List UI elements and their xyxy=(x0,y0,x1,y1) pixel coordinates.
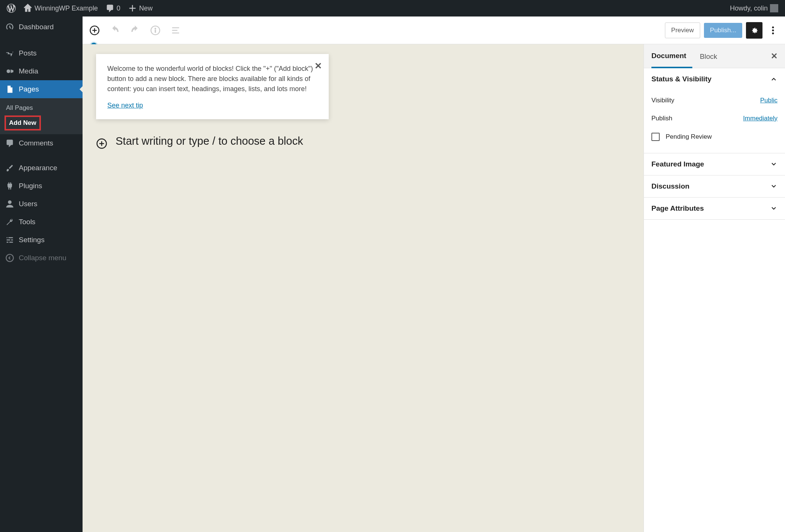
dashboard-icon xyxy=(5,22,14,31)
plus-circle-icon xyxy=(89,25,100,36)
sidebar-item-posts[interactable]: Posts xyxy=(0,44,83,62)
account-menu[interactable]: Howdy, colin xyxy=(724,0,782,16)
tab-document[interactable]: Document xyxy=(651,44,692,68)
chevron-up-icon xyxy=(770,75,777,83)
new-label: New xyxy=(139,4,153,12)
media-icon xyxy=(5,67,14,76)
redo-button[interactable] xyxy=(128,24,142,37)
svg-point-2 xyxy=(6,254,13,261)
section-title: Status & Visibility xyxy=(651,75,711,83)
editor-canvas[interactable]: ✕ Welcome to the wonderful world of bloc… xyxy=(83,44,644,532)
sidebar-label: Users xyxy=(19,200,38,208)
section-featured-image[interactable]: Featured Image xyxy=(644,153,785,175)
wordpress-icon xyxy=(7,4,16,13)
sidebar-label: Media xyxy=(19,67,38,75)
editor-content-area: Preview Publish... ✕ Welcome to the wond… xyxy=(83,16,785,532)
plus-icon xyxy=(128,4,137,13)
pages-icon xyxy=(5,85,14,94)
panel-close-button[interactable]: ✕ xyxy=(771,51,777,61)
svg-point-9 xyxy=(772,26,774,28)
sidebar-item-appearance[interactable]: Appearance xyxy=(0,159,83,177)
tip-close-button[interactable]: ✕ xyxy=(314,61,322,71)
sliders-icon xyxy=(5,235,14,244)
brush-icon xyxy=(5,163,14,172)
sidebar-item-dashboard[interactable]: Dashboard xyxy=(0,16,83,37)
sidebar-label: Collapse menu xyxy=(19,254,66,262)
undo-button[interactable] xyxy=(108,24,122,37)
svg-point-7 xyxy=(155,28,156,29)
visibility-label: Visibility xyxy=(651,97,674,104)
svg-rect-8 xyxy=(155,30,156,32)
admin-bar: WinningWP Example 0 New Howdy, colin xyxy=(0,0,785,16)
publish-value-link[interactable]: Immediately xyxy=(743,115,777,122)
info-button[interactable] xyxy=(149,24,162,37)
sidebar-item-users[interactable]: Users xyxy=(0,195,83,213)
collapse-icon xyxy=(5,253,14,262)
sidebar-label: Comments xyxy=(19,139,53,147)
sidebar-item-pages[interactable]: Pages xyxy=(0,80,83,98)
sidebar-submenu-pages: All Pages Add New xyxy=(0,98,83,134)
redo-icon xyxy=(130,25,140,36)
sidebar-subitem-add-new[interactable]: Add New xyxy=(5,115,41,130)
plus-circle-icon xyxy=(96,138,107,149)
sidebar-label: Pages xyxy=(19,85,39,93)
svg-point-10 xyxy=(772,29,774,31)
chevron-down-icon xyxy=(770,205,777,212)
greeting-text: Howdy, colin xyxy=(730,4,768,12)
sidebar-item-comments[interactable]: Comments xyxy=(0,134,83,152)
visibility-value-link[interactable]: Public xyxy=(760,97,777,104)
pin-icon xyxy=(5,49,14,58)
inline-add-block-button[interactable] xyxy=(96,138,107,149)
sidebar-item-tools[interactable]: Tools xyxy=(0,213,83,231)
plug-icon xyxy=(5,181,14,190)
comments-count: 0 xyxy=(117,4,120,12)
user-icon xyxy=(5,199,14,208)
publish-label: Publish xyxy=(651,115,672,122)
sidebar-label: Appearance xyxy=(19,164,57,172)
section-status-visibility[interactable]: Status & Visibility xyxy=(644,68,785,90)
tip-card: ✕ Welcome to the wonderful world of bloc… xyxy=(96,54,329,119)
tip-text: Welcome to the wonderful world of blocks… xyxy=(107,64,317,94)
settings-toggle-button[interactable] xyxy=(746,22,762,39)
section-title: Page Attributes xyxy=(651,204,704,213)
list-icon xyxy=(170,25,181,36)
svg-point-1 xyxy=(8,200,12,204)
pending-review-label: Pending Review xyxy=(666,133,712,141)
wp-logo-menu[interactable] xyxy=(3,0,20,16)
admin-sidebar: Dashboard Posts Media Pages All Pages Ad… xyxy=(0,16,83,532)
publish-button[interactable]: Publish... xyxy=(704,23,742,38)
wrench-icon xyxy=(5,217,14,226)
sidebar-subitem-all-pages[interactable]: All Pages xyxy=(0,101,83,115)
sidebar-item-settings[interactable]: Settings xyxy=(0,231,83,249)
sidebar-label: Posts xyxy=(19,49,37,57)
more-menu-button[interactable] xyxy=(766,22,780,39)
comments-link[interactable]: 0 xyxy=(102,0,124,16)
sidebar-label: Plugins xyxy=(19,182,42,190)
section-title: Featured Image xyxy=(651,160,704,168)
tab-block[interactable]: Block xyxy=(700,45,723,67)
sidebar-label: Settings xyxy=(19,236,45,244)
sidebar-label: Tools xyxy=(19,218,35,226)
undo-icon xyxy=(110,25,120,36)
site-title-text: WinningWP Example xyxy=(35,4,98,12)
block-placeholder-text[interactable]: Start writing or type / to choose a bloc… xyxy=(116,134,303,148)
pending-review-checkbox[interactable] xyxy=(651,133,660,141)
outline-button[interactable] xyxy=(169,24,182,37)
section-discussion[interactable]: Discussion xyxy=(644,175,785,197)
comment-icon xyxy=(5,139,14,148)
settings-panel: Document Block ✕ Status & Visibility Vis… xyxy=(644,44,785,532)
tip-next-link[interactable]: See next tip xyxy=(107,102,143,109)
sidebar-item-media[interactable]: Media xyxy=(0,62,83,80)
editor-toolbar: Preview Publish... xyxy=(83,16,785,44)
sidebar-item-plugins[interactable]: Plugins xyxy=(0,177,83,195)
site-home-link[interactable]: WinningWP Example xyxy=(20,0,102,16)
sidebar-collapse[interactable]: Collapse menu xyxy=(0,249,83,267)
chevron-down-icon xyxy=(770,183,777,190)
avatar xyxy=(770,4,778,12)
preview-button[interactable]: Preview xyxy=(665,22,700,38)
comment-icon xyxy=(105,4,114,13)
add-block-button[interactable] xyxy=(88,24,101,37)
section-page-attributes[interactable]: Page Attributes xyxy=(644,198,785,219)
info-icon xyxy=(150,25,161,36)
new-content-link[interactable]: New xyxy=(124,0,156,16)
